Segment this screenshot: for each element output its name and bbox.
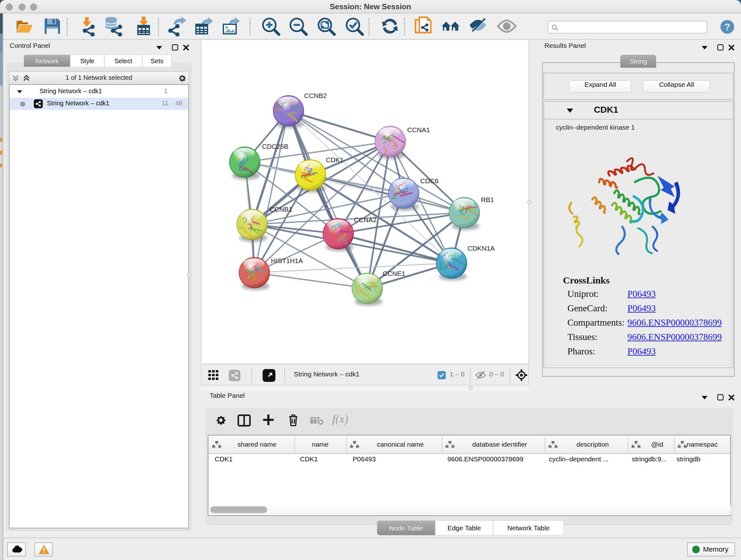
- svg-text:CDC6: CDC6: [420, 177, 439, 185]
- svg-text:CCNE1: CCNE1: [383, 270, 405, 277]
- svg-text:CCNB1: CCNB1: [270, 206, 292, 213]
- svg-text:CCNA1: CCNA1: [407, 126, 430, 133]
- svg-text:CDKN1A: CDKN1A: [468, 245, 495, 252]
- svg-text:CCNA2: CCNA2: [354, 216, 377, 224]
- svg-text:CDC25B: CDC25B: [262, 143, 288, 150]
- svg-text:RB1: RB1: [481, 196, 494, 203]
- svg-text:HIST1H1A: HIST1H1A: [271, 257, 303, 264]
- svg-text:CCNB2: CCNB2: [304, 92, 327, 99]
- svg-text:?: ?: [724, 22, 730, 32]
- svg-text:CDK1: CDK1: [326, 156, 344, 164]
